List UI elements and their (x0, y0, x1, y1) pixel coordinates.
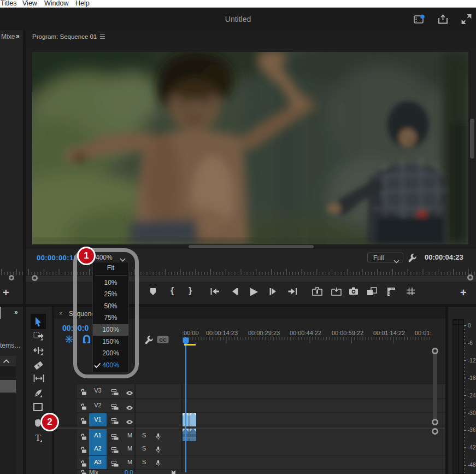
svg-text:00:00:44:22: 00:00:44:22 (290, 330, 321, 336)
svg-text:-18: -18 (468, 375, 476, 381)
svg-text:T: T (35, 433, 41, 442)
svg-text:-36: -36 (468, 427, 476, 433)
svg-text:-12: -12 (468, 358, 476, 364)
svg-text:-24: -24 (468, 393, 476, 399)
svg-text:00:01:: 00:01: (415, 330, 432, 336)
svg-text:00:00:14:23: 00:00:14:23 (206, 330, 238, 336)
svg-text:00:00:59:22: 00:00:59:22 (332, 330, 363, 336)
svg-text:-6: -6 (468, 340, 473, 346)
svg-text:-30: -30 (468, 410, 476, 416)
svg-text:00:00:29:23: 00:00:29:23 (248, 330, 280, 336)
svg-text:0: 0 (468, 323, 471, 329)
svg-text::00:00: :00:00 (182, 330, 199, 336)
svg-text:-48: -48 (468, 462, 476, 468)
svg-text:00:01:14:22: 00:01:14:22 (373, 330, 405, 336)
svg-text:CC: CC (159, 337, 167, 343)
svg-text:-42: -42 (468, 444, 476, 450)
